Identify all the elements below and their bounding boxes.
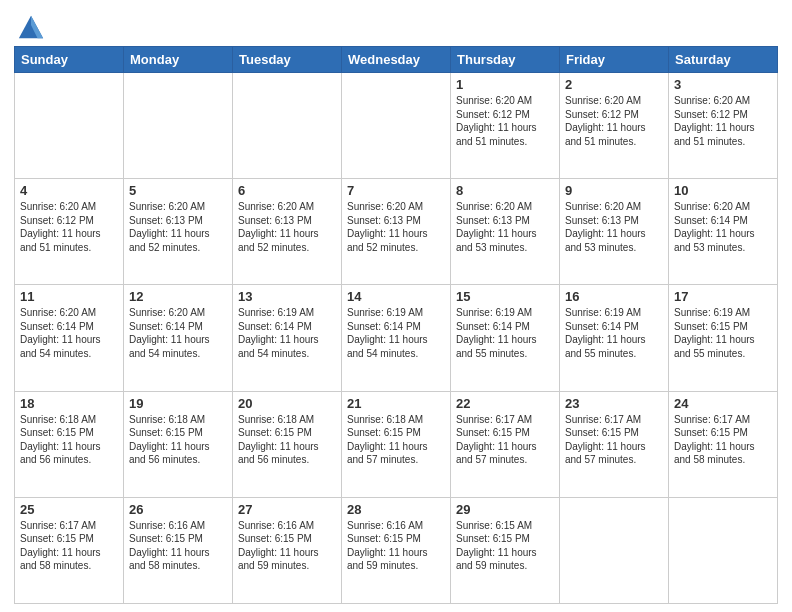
day-number: 19 (129, 396, 227, 411)
day-number: 17 (674, 289, 772, 304)
calendar-header-cell: Sunday (15, 47, 124, 73)
day-number: 6 (238, 183, 336, 198)
calendar-cell (233, 73, 342, 179)
day-number: 1 (456, 77, 554, 92)
day-info: Sunrise: 6:17 AM Sunset: 6:15 PM Dayligh… (456, 413, 554, 467)
day-info: Sunrise: 6:20 AM Sunset: 6:12 PM Dayligh… (20, 200, 118, 254)
calendar-cell: 16Sunrise: 6:19 AM Sunset: 6:14 PM Dayli… (560, 285, 669, 391)
logo-area (14, 14, 45, 40)
day-info: Sunrise: 6:16 AM Sunset: 6:15 PM Dayligh… (238, 519, 336, 573)
calendar-header-cell: Monday (124, 47, 233, 73)
calendar-week-row: 1Sunrise: 6:20 AM Sunset: 6:12 PM Daylig… (15, 73, 778, 179)
calendar-week-row: 11Sunrise: 6:20 AM Sunset: 6:14 PM Dayli… (15, 285, 778, 391)
day-info: Sunrise: 6:18 AM Sunset: 6:15 PM Dayligh… (347, 413, 445, 467)
calendar-cell: 18Sunrise: 6:18 AM Sunset: 6:15 PM Dayli… (15, 391, 124, 497)
day-info: Sunrise: 6:19 AM Sunset: 6:15 PM Dayligh… (674, 306, 772, 360)
day-number: 10 (674, 183, 772, 198)
calendar-cell: 7Sunrise: 6:20 AM Sunset: 6:13 PM Daylig… (342, 179, 451, 285)
calendar-header-cell: Thursday (451, 47, 560, 73)
calendar-cell: 6Sunrise: 6:20 AM Sunset: 6:13 PM Daylig… (233, 179, 342, 285)
calendar-cell (342, 73, 451, 179)
calendar-cell: 20Sunrise: 6:18 AM Sunset: 6:15 PM Dayli… (233, 391, 342, 497)
day-info: Sunrise: 6:17 AM Sunset: 6:15 PM Dayligh… (565, 413, 663, 467)
calendar-cell (15, 73, 124, 179)
day-info: Sunrise: 6:20 AM Sunset: 6:14 PM Dayligh… (129, 306, 227, 360)
day-number: 16 (565, 289, 663, 304)
day-number: 13 (238, 289, 336, 304)
day-number: 18 (20, 396, 118, 411)
day-number: 21 (347, 396, 445, 411)
day-number: 7 (347, 183, 445, 198)
calendar-header-cell: Friday (560, 47, 669, 73)
day-info: Sunrise: 6:17 AM Sunset: 6:15 PM Dayligh… (20, 519, 118, 573)
day-number: 27 (238, 502, 336, 517)
day-number: 15 (456, 289, 554, 304)
calendar-cell: 25Sunrise: 6:17 AM Sunset: 6:15 PM Dayli… (15, 497, 124, 603)
calendar-cell: 12Sunrise: 6:20 AM Sunset: 6:14 PM Dayli… (124, 285, 233, 391)
day-info: Sunrise: 6:16 AM Sunset: 6:15 PM Dayligh… (347, 519, 445, 573)
day-info: Sunrise: 6:19 AM Sunset: 6:14 PM Dayligh… (238, 306, 336, 360)
day-number: 8 (456, 183, 554, 198)
calendar-cell: 8Sunrise: 6:20 AM Sunset: 6:13 PM Daylig… (451, 179, 560, 285)
day-number: 5 (129, 183, 227, 198)
day-number: 20 (238, 396, 336, 411)
day-number: 25 (20, 502, 118, 517)
day-info: Sunrise: 6:19 AM Sunset: 6:14 PM Dayligh… (347, 306, 445, 360)
calendar-cell: 29Sunrise: 6:15 AM Sunset: 6:15 PM Dayli… (451, 497, 560, 603)
day-info: Sunrise: 6:18 AM Sunset: 6:15 PM Dayligh… (129, 413, 227, 467)
day-info: Sunrise: 6:20 AM Sunset: 6:13 PM Dayligh… (456, 200, 554, 254)
day-number: 22 (456, 396, 554, 411)
day-info: Sunrise: 6:18 AM Sunset: 6:15 PM Dayligh… (20, 413, 118, 467)
calendar-cell: 2Sunrise: 6:20 AM Sunset: 6:12 PM Daylig… (560, 73, 669, 179)
calendar-cell: 24Sunrise: 6:17 AM Sunset: 6:15 PM Dayli… (669, 391, 778, 497)
page: SundayMondayTuesdayWednesdayThursdayFrid… (0, 0, 792, 612)
calendar-header-row: SundayMondayTuesdayWednesdayThursdayFrid… (15, 47, 778, 73)
day-number: 24 (674, 396, 772, 411)
calendar-cell: 15Sunrise: 6:19 AM Sunset: 6:14 PM Dayli… (451, 285, 560, 391)
day-info: Sunrise: 6:20 AM Sunset: 6:14 PM Dayligh… (674, 200, 772, 254)
day-number: 9 (565, 183, 663, 198)
calendar-cell (560, 497, 669, 603)
calendar-cell: 28Sunrise: 6:16 AM Sunset: 6:15 PM Dayli… (342, 497, 451, 603)
day-info: Sunrise: 6:20 AM Sunset: 6:13 PM Dayligh… (347, 200, 445, 254)
day-info: Sunrise: 6:19 AM Sunset: 6:14 PM Dayligh… (565, 306, 663, 360)
day-number: 11 (20, 289, 118, 304)
calendar-header-cell: Wednesday (342, 47, 451, 73)
day-info: Sunrise: 6:17 AM Sunset: 6:15 PM Dayligh… (674, 413, 772, 467)
day-number: 28 (347, 502, 445, 517)
calendar-cell (124, 73, 233, 179)
day-number: 14 (347, 289, 445, 304)
calendar-cell: 3Sunrise: 6:20 AM Sunset: 6:12 PM Daylig… (669, 73, 778, 179)
calendar-cell: 10Sunrise: 6:20 AM Sunset: 6:14 PM Dayli… (669, 179, 778, 285)
calendar-week-row: 18Sunrise: 6:18 AM Sunset: 6:15 PM Dayli… (15, 391, 778, 497)
calendar-cell: 19Sunrise: 6:18 AM Sunset: 6:15 PM Dayli… (124, 391, 233, 497)
day-number: 29 (456, 502, 554, 517)
logo-icon (17, 12, 45, 40)
header (14, 10, 778, 40)
day-info: Sunrise: 6:20 AM Sunset: 6:12 PM Dayligh… (565, 94, 663, 148)
calendar-header-cell: Tuesday (233, 47, 342, 73)
calendar-cell: 22Sunrise: 6:17 AM Sunset: 6:15 PM Dayli… (451, 391, 560, 497)
calendar-cell (669, 497, 778, 603)
calendar-table: SundayMondayTuesdayWednesdayThursdayFrid… (14, 46, 778, 604)
calendar-cell: 27Sunrise: 6:16 AM Sunset: 6:15 PM Dayli… (233, 497, 342, 603)
day-info: Sunrise: 6:20 AM Sunset: 6:13 PM Dayligh… (238, 200, 336, 254)
day-info: Sunrise: 6:20 AM Sunset: 6:13 PM Dayligh… (129, 200, 227, 254)
day-info: Sunrise: 6:20 AM Sunset: 6:12 PM Dayligh… (456, 94, 554, 148)
day-info: Sunrise: 6:20 AM Sunset: 6:14 PM Dayligh… (20, 306, 118, 360)
calendar-cell: 14Sunrise: 6:19 AM Sunset: 6:14 PM Dayli… (342, 285, 451, 391)
calendar-cell: 5Sunrise: 6:20 AM Sunset: 6:13 PM Daylig… (124, 179, 233, 285)
calendar-cell: 17Sunrise: 6:19 AM Sunset: 6:15 PM Dayli… (669, 285, 778, 391)
day-number: 3 (674, 77, 772, 92)
calendar-cell: 11Sunrise: 6:20 AM Sunset: 6:14 PM Dayli… (15, 285, 124, 391)
calendar-cell: 4Sunrise: 6:20 AM Sunset: 6:12 PM Daylig… (15, 179, 124, 285)
calendar-cell: 13Sunrise: 6:19 AM Sunset: 6:14 PM Dayli… (233, 285, 342, 391)
calendar-header-cell: Saturday (669, 47, 778, 73)
day-number: 12 (129, 289, 227, 304)
calendar-cell: 9Sunrise: 6:20 AM Sunset: 6:13 PM Daylig… (560, 179, 669, 285)
day-info: Sunrise: 6:19 AM Sunset: 6:14 PM Dayligh… (456, 306, 554, 360)
day-number: 26 (129, 502, 227, 517)
day-number: 23 (565, 396, 663, 411)
day-info: Sunrise: 6:18 AM Sunset: 6:15 PM Dayligh… (238, 413, 336, 467)
day-info: Sunrise: 6:20 AM Sunset: 6:12 PM Dayligh… (674, 94, 772, 148)
